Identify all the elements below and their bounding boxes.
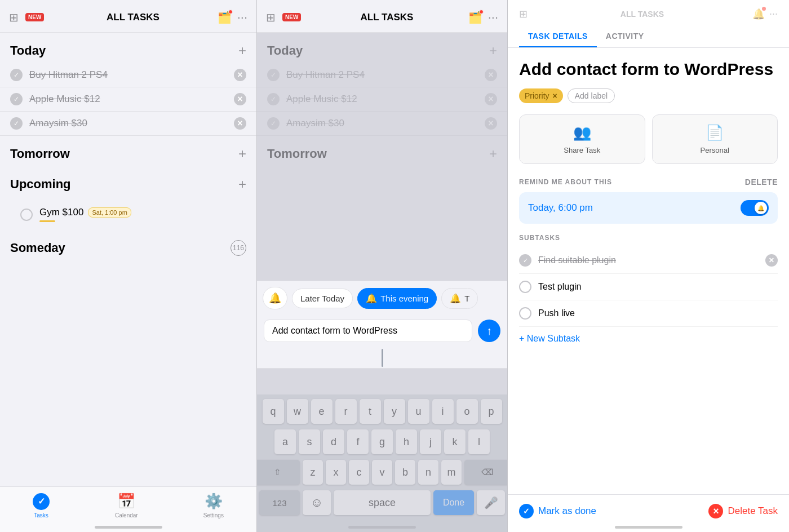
toggle-knob: 🔔 xyxy=(755,202,767,214)
share-task-icon: 👥 xyxy=(573,124,591,141)
section-title-someday: Someday xyxy=(10,241,65,255)
priority-remove-icon[interactable]: × xyxy=(553,91,557,100)
delete-task-label: Delete Task xyxy=(728,506,778,517)
task-input-area: 🔔 Later Today 🔔 This evening 🔔 T xyxy=(257,281,507,369)
new-badge-middle: NEW xyxy=(282,13,301,21)
bell-toggle-icon: 🔔 xyxy=(757,205,764,211)
nav-item-settings[interactable]: ⚙️ Settings xyxy=(203,493,224,518)
settings-nav-icon: ⚙️ xyxy=(205,493,223,510)
nav-label-tasks: Tasks xyxy=(34,512,48,518)
subtask-checkbox-2[interactable] xyxy=(519,281,531,293)
upcoming-radio[interactable] xyxy=(20,209,33,221)
later-today-label: Later Today xyxy=(300,294,344,303)
reminder-card: Today, 6:00 pm 🔔 xyxy=(519,192,778,224)
task-checkbox-3[interactable] xyxy=(10,117,23,130)
notification-icon[interactable]: 🗂️ xyxy=(218,11,232,24)
section-tomorrow: Tomorrow + xyxy=(0,136,256,166)
top-bar-middle: ⊞ NEW ALL TASKS 🗂️ ··· xyxy=(257,0,507,33)
task-details-body: Add contact form to WordPress Priority ×… xyxy=(508,48,789,494)
send-task-button[interactable] xyxy=(478,320,500,342)
tomorrow-button[interactable]: 🔔 T xyxy=(441,288,478,309)
panel-left: ⊞ NEW ALL TASKS 🗂️ ··· Today + Buy Hitma… xyxy=(0,0,257,532)
new-task-input[interactable] xyxy=(264,320,472,342)
task-item: Buy Hitman 2 PS4 xyxy=(0,63,256,87)
home-indicator-right xyxy=(615,526,682,529)
task-item: Amaysim $30 xyxy=(0,112,256,136)
section-upcoming: Upcoming + xyxy=(0,166,256,197)
bell-icon: 🔔 xyxy=(269,292,281,304)
delete-task-button[interactable]: Delete Task xyxy=(708,504,778,518)
top-bar-left: ⊞ NEW ALL TASKS 🗂️ ··· xyxy=(0,0,256,33)
personal-label: Personal xyxy=(701,146,729,154)
add-tomorrow-button[interactable]: + xyxy=(238,146,246,162)
tab-task-details[interactable]: TASK DETAILS xyxy=(519,26,597,47)
task-delete-1[interactable] xyxy=(234,69,246,81)
more-icon-middle[interactable]: ··· xyxy=(488,10,498,25)
nav-item-calendar[interactable]: 📅 Calendar xyxy=(115,493,138,518)
delete-task-icon xyxy=(708,504,723,518)
grid-icon[interactable]: ⊞ xyxy=(9,11,19,24)
bell-icon-reminder: 🔔 xyxy=(263,287,287,309)
priority-label-text: Priority xyxy=(525,91,549,100)
section-title-today: Today xyxy=(10,43,46,58)
task-checkbox-2[interactable] xyxy=(10,93,23,105)
section-title-tomorrow: Tomorrow xyxy=(10,147,70,161)
share-task-label: Share Task xyxy=(564,146,600,154)
overlay-header: ⊞ NEW ALL TASKS 🗂️ ··· xyxy=(257,0,507,33)
priority-label[interactable]: Priority × xyxy=(519,88,563,103)
mark-done-icon xyxy=(519,504,534,518)
notif-icon-right: 🔔 xyxy=(752,8,765,20)
this-evening-button[interactable]: 🔔 This evening xyxy=(357,288,437,309)
subtask-text-3: Push live xyxy=(538,308,778,318)
personal-icon: 📄 xyxy=(706,124,724,141)
remind-time-text: Today, 6:00 pm xyxy=(528,202,593,214)
mark-done-button[interactable]: Mark as done xyxy=(519,504,596,518)
tomorrow-label: T xyxy=(464,294,469,303)
nav-label-calendar: Calendar xyxy=(115,512,138,518)
tasks-nav-icon xyxy=(33,493,50,510)
notification-icon-middle[interactable]: 🗂️ xyxy=(468,11,482,24)
tab-activity[interactable]: ACTIVITY xyxy=(597,26,653,47)
grid-icon-right: ⊞ xyxy=(519,8,528,20)
top-bar-right-icons: 🔔 ··· xyxy=(752,8,778,20)
grid-icon-middle[interactable]: ⊞ xyxy=(266,11,276,24)
personal-card[interactable]: 📄 Personal xyxy=(652,114,778,164)
task-checkbox-1[interactable] xyxy=(10,69,23,81)
nav-item-tasks[interactable]: Tasks xyxy=(33,493,50,518)
more-icon-right: ··· xyxy=(769,8,778,20)
delete-reminder-button[interactable]: DELETE xyxy=(745,178,778,187)
later-today-button[interactable]: Later Today xyxy=(292,289,353,308)
subtask-checkbox-1[interactable] xyxy=(519,254,531,267)
new-badge: NEW xyxy=(25,13,44,21)
label-container: Priority × Add label xyxy=(519,88,778,103)
top-bar-right-bg: ⊞ ALL TASKS 🔔 ··· xyxy=(519,8,778,26)
text-cursor xyxy=(382,349,383,367)
subtasks-section: SUBTASKS Find suitable plugin Test plugi… xyxy=(519,234,778,351)
calendar-nav-icon: 📅 xyxy=(117,493,135,510)
reminder-toggle[interactable]: 🔔 xyxy=(741,200,769,216)
overlay-background xyxy=(257,0,507,532)
add-today-button[interactable]: + xyxy=(238,43,246,59)
mark-done-label: Mark as done xyxy=(538,506,596,517)
share-task-card[interactable]: 👥 Share Task xyxy=(519,114,645,164)
subtask-text-1: Find suitable plugin xyxy=(538,255,759,265)
upcoming-task-text: Gym $100 xyxy=(39,207,83,218)
task-tabs: TASK DETAILS ACTIVITY xyxy=(519,26,778,47)
subtask-delete-1[interactable] xyxy=(765,254,778,267)
subtask-item-3: Push live xyxy=(519,300,778,327)
remind-section: REMIND ME ABOUT THIS DELETE Today, 6:00 … xyxy=(519,178,778,224)
task-tag: Sat, 1:00 pm xyxy=(88,207,131,218)
subtask-checkbox-3[interactable] xyxy=(519,307,531,320)
new-subtask-button[interactable]: + New Subtask xyxy=(519,327,778,351)
add-upcoming-button[interactable]: + xyxy=(238,176,246,192)
task-title: Add contact form to WordPress xyxy=(519,59,778,79)
task-delete-2[interactable] xyxy=(234,93,246,105)
add-label-button[interactable]: Add label xyxy=(568,88,615,103)
more-icon[interactable]: ··· xyxy=(237,10,247,25)
task-item: Apple Music $12 xyxy=(0,87,256,112)
nav-label-settings: Settings xyxy=(203,512,224,518)
section-someday: Someday 116 xyxy=(0,230,256,260)
subtask-item-1: Find suitable plugin xyxy=(519,247,778,274)
task-delete-3[interactable] xyxy=(234,117,246,130)
page-title-middle: ALL TASKS xyxy=(305,12,468,23)
